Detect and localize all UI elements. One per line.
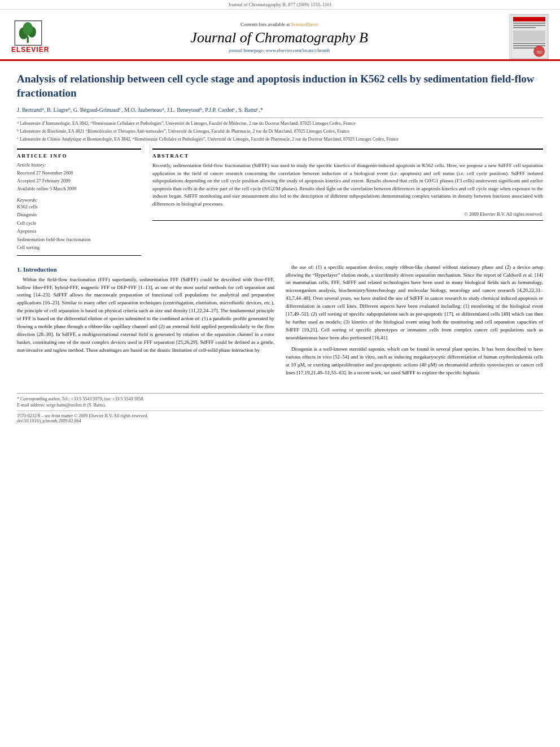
body-para-right-2: Diosgenin is a well-known steroidal sapo… [286, 346, 543, 377]
intro-heading: 1. Introduction [17, 266, 274, 273]
keywords-section: Keywords: K562 cells Diosgenin Cell cycl… [17, 197, 141, 252]
body-text-right: the use of: (1) a specific separation de… [286, 264, 543, 377]
sciencedirect-link[interactable]: ScienceDirect [291, 21, 318, 27]
keyword-1: K562 cells [17, 203, 141, 211]
svg-rect-7 [513, 23, 545, 24]
body-para-right-1: the use of: (1) a specific separation de… [286, 264, 543, 342]
journal-homepage: journal homepage: www.elsevier.com/locat… [49, 47, 509, 53]
article-info-label: ARTICLE INFO [17, 153, 141, 159]
page-wrapper: Journal of Chromatography B, 877 (2009) … [0, 0, 560, 423]
journal-name: Journal of Chromatography B [49, 29, 509, 46]
corresponding-note: * Corresponding author. Tel.: +33 5 5543… [17, 396, 543, 402]
affiliation-b: ᵇ Laboratoire de Biochimie, EA 4021 “Bio… [17, 128, 543, 135]
journal-cover-image: 50 [509, 14, 549, 59]
history-label: Article history: [17, 162, 141, 169]
article-info-column: ARTICLE INFO Article history: Received 2… [17, 148, 141, 255]
journal-meta-text: Journal of Chromatography B, 877 (2009) … [228, 2, 331, 7]
svg-point-3 [23, 22, 33, 35]
doi-note: doi:10.1016/j.jchromb.2009.02.064 [17, 418, 543, 423]
journal-title-block: Contents lists available at ScienceDirec… [49, 20, 509, 53]
svg-rect-10 [513, 30, 545, 42]
svg-rect-0 [27, 36, 29, 42]
accepted-date: Accepted 27 February 2009 [17, 178, 141, 185]
body-text-left: Within the field-flow fractionation (FFF… [17, 276, 274, 355]
keywords-label: Keywords: [17, 197, 141, 203]
elsevier-logo-block: ELSEVIER [11, 20, 49, 54]
journal-header: ELSEVIER Contents lists available at Sci… [0, 10, 560, 61]
journal-meta-bar: Journal of Chromatography B, 877 (2009) … [0, 0, 560, 10]
body-col-right: the use of: (1) a specific separation de… [286, 264, 543, 381]
issn-note: 1570-0232/$ – see front matter © 2009 El… [17, 413, 543, 418]
elsevier-wordmark: ELSEVIER [11, 46, 49, 54]
email-note: E-mail address: serge.battu@unilim.fr (S… [17, 402, 543, 408]
page-footer: * Corresponding author. Tel.: +33 5 5543… [17, 393, 543, 423]
svg-rect-9 [513, 27, 536, 28]
svg-rect-13 [513, 47, 536, 49]
abstract-box: ABSTRACT Recently, sedimentation field-f… [152, 148, 543, 221]
article-info-box: ARTICLE INFO Article history: Received 2… [17, 148, 141, 255]
keyword-4: Apoptosis [17, 227, 141, 235]
available-date: Available online 5 March 2009 [17, 186, 141, 193]
abstract-label: ABSTRACT [152, 153, 543, 159]
body-section: 1. Introduction Within the field-flow fr… [17, 264, 543, 381]
elsevier-tree-icon [11, 20, 45, 46]
svg-rect-8 [513, 25, 545, 26]
affiliation-a: ᵃ Laboratoire d’Immunologie, EA 3842, “H… [17, 120, 543, 127]
svg-rect-11 [513, 43, 545, 44]
keyword-3: Cell cycle [17, 219, 141, 227]
body-col-left: 1. Introduction Within the field-flow fr… [17, 264, 274, 381]
copyright-line: © 2009 Elsevier B.V. All rights reserved… [152, 211, 543, 217]
info-abstract-columns: ARTICLE INFO Article history: Received 2… [17, 148, 543, 255]
affiliation-c: ᶜ Laboratoire de Chimie Analytique et Br… [17, 136, 543, 143]
abstract-text: Recently, sedimentation field-flow fract… [152, 162, 543, 208]
keyword-list: K562 cells Diosgenin Cell cycle Apoptosi… [17, 203, 141, 252]
authors-line: J. Bertrandᵃ, B. Liagreᵇ, G. Bégaud-Grim… [17, 106, 543, 114]
main-content: Analysis of relationship between cell cy… [0, 61, 560, 387]
svg-text:50: 50 [537, 50, 542, 55]
body-para-left-1: Within the field-flow fractionation (FFF… [17, 276, 274, 355]
affiliations-block: ᵃ Laboratoire d’Immunologie, EA 3842, “H… [17, 117, 543, 143]
article-title: Analysis of relationship between cell cy… [17, 72, 543, 100]
received-date: Received 27 November 2008 [17, 170, 141, 177]
svg-rect-6 [513, 17, 545, 21]
footer-divider [17, 410, 543, 411]
keyword-6: Cell sorting [17, 243, 141, 251]
abstract-column: ABSTRACT Recently, sedimentation field-f… [152, 148, 543, 255]
keyword-5: Sedimentation field-flow fractionation [17, 235, 141, 243]
contents-available: Contents lists available at ScienceDirec… [49, 21, 509, 27]
keyword-2: Diosgenin [17, 211, 141, 219]
